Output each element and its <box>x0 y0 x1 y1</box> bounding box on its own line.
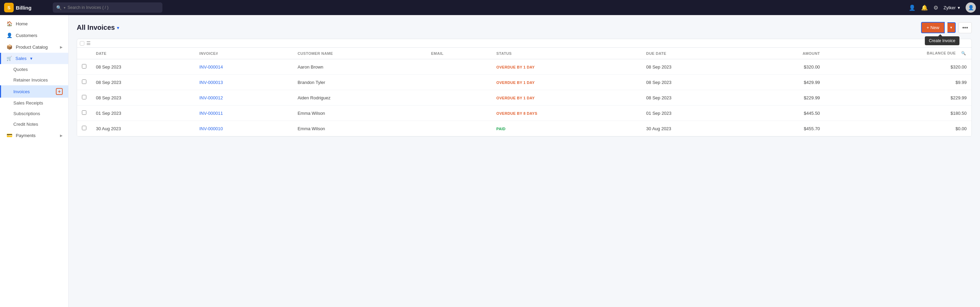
status-badge-4: PAID <box>496 127 506 131</box>
sidebar-item-invoices[interactable]: Invoices + <box>0 85 68 98</box>
invoice-link-1[interactable]: INV-000013 <box>199 80 223 85</box>
invoice-link-3[interactable]: INV-000011 <box>199 111 223 116</box>
table-row: 08 Sep 2023 INV-000013 Brandon Tyler OVE… <box>77 75 971 90</box>
status-badge-0: OVERDUE BY 1 DAY <box>496 65 535 69</box>
cell-amount-2: $229.99 <box>745 90 825 105</box>
row-checkbox-1[interactable] <box>77 75 91 90</box>
sidebar-item-retainer-invoices[interactable]: Retainer Invoices <box>0 75 68 85</box>
user-menu[interactable]: Zylker ▾ <box>944 5 960 10</box>
invoices-table: DATE INVOICE# CUSTOMER NAME EMAIL STATUS <box>77 48 971 136</box>
table-search-icon[interactable]: 🔍 <box>961 51 966 55</box>
settings-icon-btn[interactable]: ⚙ <box>934 5 938 11</box>
status-badge-3: OVERDUE BY 8 DAYS <box>496 111 537 116</box>
sidebar-item-payments[interactable]: 💳 Payments ▶ <box>0 129 68 141</box>
cell-amount-0: $320.00 <box>745 59 825 75</box>
cell-balance-due-0: $320.00 <box>825 59 971 75</box>
table-row: 30 Aug 2023 INV-000010 Emma Wilson PAID … <box>77 121 971 136</box>
sidebar-label-payments: Payments <box>16 133 36 138</box>
col-status: STATUS <box>492 48 641 59</box>
col-amount: AMOUNT <box>745 48 825 59</box>
filter-icon: ☰ <box>86 40 91 46</box>
sidebar-item-product-catalog[interactable]: 📦 Product Catalog ▶ <box>0 41 68 53</box>
sales-icon: 🛒 <box>6 56 12 61</box>
sidebar-item-quotes[interactable]: Quotes <box>0 64 68 75</box>
payments-icon: 💳 <box>6 133 12 138</box>
row-checkbox-0[interactable] <box>77 59 91 75</box>
cell-due-date-0: 08 Sep 2023 <box>641 59 745 75</box>
cell-customer-2: Aiden Rodriguez <box>293 90 426 105</box>
invoice-link-0[interactable]: INV-000014 <box>199 64 223 70</box>
cell-email-3 <box>426 105 492 121</box>
cell-amount-3: $445.50 <box>745 105 825 121</box>
cell-status-4: PAID <box>492 121 641 136</box>
cell-due-date-4: 30 Aug 2023 <box>641 121 745 136</box>
logo-icon: S <box>4 3 14 12</box>
cell-invoice-num-0[interactable]: INV-000014 <box>195 59 293 75</box>
cell-amount-4: $455.70 <box>745 121 825 136</box>
app-logo[interactable]: S Billing <box>4 3 49 12</box>
row-checkbox-4[interactable] <box>77 121 91 136</box>
cell-customer-1: Brandon Tyler <box>293 75 426 90</box>
cell-date-3: 01 Sep 2023 <box>91 105 195 121</box>
cell-invoice-num-4[interactable]: INV-000010 <box>195 121 293 136</box>
sidebar-item-subscriptions[interactable]: Subscriptions <box>0 108 68 119</box>
row-checkbox-2[interactable] <box>77 90 91 105</box>
col-invoice-num: INVOICE# <box>195 48 293 59</box>
page-title-dropdown[interactable]: ▾ <box>117 25 119 30</box>
invoices-add-badge[interactable]: + <box>56 88 63 95</box>
user-dropdown-icon: ▾ <box>958 5 960 10</box>
cell-invoice-num-1[interactable]: INV-000013 <box>195 75 293 90</box>
col-checkbox <box>77 48 91 59</box>
table-header: DATE INVOICE# CUSTOMER NAME EMAIL STATUS <box>77 48 971 59</box>
sidebar-label-quotes: Quotes <box>13 67 28 72</box>
row-checkbox-3[interactable] <box>77 105 91 121</box>
sidebar-item-credit-notes[interactable]: Credit Notes <box>0 119 68 129</box>
cell-email-1 <box>426 75 492 90</box>
search-dropdown-icon[interactable]: ▾ <box>64 6 65 10</box>
cell-due-date-3: 01 Sep 2023 <box>641 105 745 121</box>
cell-balance-due-4: $0.00 <box>825 121 971 136</box>
page-header: All Invoices ▾ + New ▾ ••• Create Invoic… <box>77 22 972 33</box>
status-badge-2: OVERDUE BY 1 DAY <box>496 96 535 100</box>
col-email: EMAIL <box>426 48 492 59</box>
cell-due-date-2: 08 Sep 2023 <box>641 90 745 105</box>
sidebar-item-customers[interactable]: 👤 Customers <box>0 29 68 41</box>
invoice-rows: 08 Sep 2023 INV-000014 Aaron Brown OVERD… <box>77 59 971 136</box>
cell-balance-due-2: $229.99 <box>825 90 971 105</box>
sidebar: 🏠 Home 👤 Customers 📦 Product Catalog ▶ 🛒… <box>0 15 68 307</box>
select-all-checkbox[interactable] <box>80 41 84 46</box>
home-icon: 🏠 <box>6 21 12 26</box>
cell-amount-1: $429.99 <box>745 75 825 90</box>
col-customer-name: CUSTOMER NAME <box>293 48 426 59</box>
sidebar-item-sales[interactable]: 🛒 Sales ▾ <box>0 53 68 64</box>
search-input[interactable] <box>67 5 136 10</box>
new-button[interactable]: + New <box>921 22 945 33</box>
contacts-icon-btn[interactable]: 👤 <box>909 5 916 11</box>
cell-status-1: OVERDUE BY 1 DAY <box>492 75 641 90</box>
invoice-link-4[interactable]: INV-000010 <box>199 126 223 131</box>
cell-customer-0: Aaron Brown <box>293 59 426 75</box>
sidebar-label-customers: Customers <box>16 33 37 38</box>
cell-status-3: OVERDUE BY 8 DAYS <box>492 105 641 121</box>
sidebar-label-product-catalog: Product Catalog <box>16 45 48 50</box>
sidebar-item-sales-receipts[interactable]: Sales Receipts <box>0 98 68 108</box>
col-date: DATE <box>91 48 195 59</box>
more-button[interactable]: ••• <box>958 22 972 33</box>
sales-arrow: ▾ <box>30 56 33 61</box>
top-nav: S Billing 🔍 ▾ 👤 🔔 ⚙ Zylker ▾ 👤 <box>0 0 980 15</box>
table-row: 01 Sep 2023 INV-000011 Emma Wilson OVERD… <box>77 105 971 121</box>
table-toolbar: ☰ <box>77 39 971 48</box>
search-bar[interactable]: 🔍 ▾ <box>53 2 162 13</box>
cell-email-0 <box>426 59 492 75</box>
new-dropdown-button[interactable]: ▾ <box>947 22 956 33</box>
customers-icon: 👤 <box>6 33 12 38</box>
cell-invoice-num-3[interactable]: INV-000011 <box>195 105 293 121</box>
invoice-link-2[interactable]: INV-000012 <box>199 95 223 100</box>
col-due-date: DUE DATE <box>641 48 745 59</box>
notifications-icon-btn[interactable]: 🔔 <box>921 5 928 11</box>
product-catalog-arrow: ▶ <box>60 45 63 49</box>
cell-invoice-num-2[interactable]: INV-000012 <box>195 90 293 105</box>
avatar[interactable]: 👤 <box>966 2 976 13</box>
sidebar-item-home[interactable]: 🏠 Home <box>0 18 68 29</box>
col-balance-due: BALANCE DUE 🔍 <box>825 48 971 59</box>
